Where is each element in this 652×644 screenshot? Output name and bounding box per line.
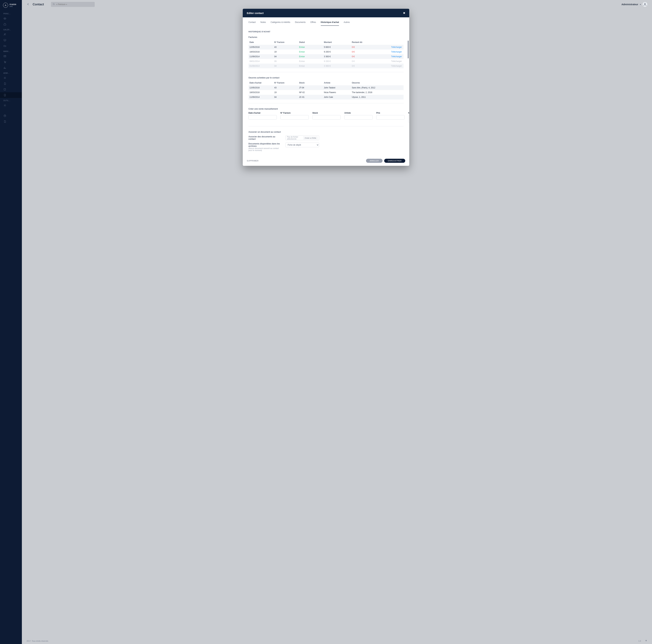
tab-history[interactable]: Historique d'achat	[321, 21, 339, 26]
artwork-number: 43	[273, 85, 298, 90]
artwork-title: Sans titre, (Paris), 4, 2012	[351, 85, 404, 90]
invoices-th-number: N° Facture	[273, 40, 298, 45]
tab-documents[interactable]: Documents	[295, 21, 305, 26]
download-link: Télécharger	[391, 65, 402, 67]
artwork-number: 19	[273, 90, 298, 95]
tab-categories[interactable]: Catégories & intérêts	[271, 21, 290, 26]
invoice-row: 11/09/201404Emise3 300 €0 €Télécharger	[248, 54, 404, 59]
tab-autres[interactable]: Autres	[344, 21, 350, 26]
input-date[interactable]	[248, 115, 277, 120]
close-icon[interactable]: ✖	[403, 11, 405, 15]
manual-sale-form: Date d'achat N° Facture Stock Artiste Pr…	[248, 112, 404, 123]
artwork-date: 11/09/2014	[248, 95, 273, 100]
artwork-artist: Nicia Flawers	[323, 90, 351, 95]
invoice-amount: 9 200 €	[323, 59, 351, 63]
history-heading: HISTORIQUE D'ACHAT	[248, 31, 404, 33]
invoice-amount: 3 300 €	[323, 63, 351, 68]
tab-offres[interactable]: Offres	[310, 21, 316, 26]
invoice-amount: 9 200 €	[323, 50, 351, 54]
input-price[interactable]	[376, 115, 405, 120]
modal-overlay: Editer contact ✖ Contact Notes Catégorie…	[0, 0, 652, 644]
invoice-remaining: 0 €	[351, 54, 373, 59]
modal-footer: SUPPRIMER ANNULER ENREGISTRER	[243, 156, 409, 166]
manual-sale-heading: Créer une vente manuellement	[248, 108, 404, 110]
artworks-th-number: N° Facture	[273, 80, 298, 85]
invoices-th-download	[373, 40, 404, 45]
associate-file-label: Associer des documents au contact	[248, 135, 282, 140]
invoice-number: 43	[273, 45, 298, 50]
invoice-remaining: 0 €	[351, 50, 373, 54]
artworks-th-date: Date d'achat	[248, 80, 273, 85]
label-stock: Stock	[313, 112, 341, 114]
download-link[interactable]: Télécharger	[391, 51, 402, 53]
choose-file-button[interactable]: Choisir un fichier	[303, 136, 318, 139]
artwork-title: Ulysse, 1, 2011	[351, 95, 404, 100]
download-link[interactable]: Télécharger	[391, 46, 402, 48]
invoice-status: Emise	[298, 63, 323, 68]
associate-archive-label-text: Documents disponibles dans les archives	[248, 143, 280, 147]
artworks-heading: Oeuvres achetées par le contact	[248, 77, 404, 79]
separator	[248, 72, 404, 72]
invoice-date: 11/09/2014	[248, 54, 273, 59]
invoice-status: Emise	[298, 45, 323, 50]
invoices-table: Date N° Facture Statut Montant Restant d…	[248, 40, 404, 68]
tab-notes[interactable]: Notes	[261, 21, 266, 26]
invoice-date: 18/03/2016	[248, 50, 273, 54]
archive-select[interactable]: Fiche de dépôt	[286, 143, 319, 147]
tabs: Contact Notes Catégories & intérêts Docu…	[248, 17, 404, 26]
invoices-heading: Factures	[248, 36, 404, 38]
label-artist: Artiste	[344, 112, 373, 114]
invoice-number: 09	[273, 59, 298, 63]
artwork-stock: JC-01	[298, 95, 323, 100]
invoice-number: 04	[273, 54, 298, 59]
artworks-th-artist: Artiste	[323, 80, 351, 85]
input-number[interactable]	[280, 115, 309, 120]
invoice-number: 19	[273, 50, 298, 54]
artwork-stock: JT-04	[298, 85, 323, 90]
invoice-remaining: 0 €	[351, 45, 373, 50]
artwork-title: The bartender, 2, 2016	[351, 90, 404, 95]
input-notes[interactable]	[408, 115, 409, 123]
invoices-th-remain: Restant dû	[351, 40, 373, 45]
artwork-number: 04	[273, 95, 298, 100]
download-link[interactable]: Télécharger	[391, 55, 402, 58]
invoice-row: 18/03/201619Emise9 200 €0 €Télécharger	[248, 50, 404, 54]
input-artist[interactable]	[344, 115, 373, 120]
save-button[interactable]: ENREGISTRER	[384, 159, 405, 163]
artwork-artist: John Cale	[323, 95, 351, 100]
input-stock[interactable]	[313, 115, 341, 120]
invoice-status: Emise	[298, 59, 323, 63]
artwork-artist: John Talabot	[323, 85, 351, 90]
invoices-th-amount: Montant	[323, 40, 351, 45]
associate-heading: Associer un document au contact	[248, 131, 404, 133]
invoices-th-date: Date	[248, 40, 273, 45]
artwork-date: 18/03/2016	[248, 90, 273, 95]
invoice-amount: 5 600 €	[323, 45, 351, 50]
invoices-th-status: Statut	[298, 40, 323, 45]
associate-archive-label: Documents disponibles dans les archives …	[248, 143, 282, 151]
modal: Editer contact ✖ Contact Notes Catégorie…	[243, 9, 409, 166]
artwork-row: 12/05/201643JT-04John TalabotSans titre,…	[248, 85, 404, 90]
artworks-th-work: Oeuvres	[351, 80, 404, 85]
artworks-table: Date d'achat N° Facture Stock Artiste Oe…	[248, 80, 404, 100]
cancel-button[interactable]: ANNULER	[366, 159, 382, 163]
artwork-stock: NF-02	[298, 90, 323, 95]
tab-contact[interactable]: Contact	[248, 21, 256, 26]
file-placeholder: Pas de fichier sélectionné.	[287, 136, 302, 140]
invoice-date: 08/01/2014	[248, 59, 273, 63]
invoice-remaining: 0 €	[351, 63, 373, 68]
invoice-status: Emise	[298, 54, 323, 59]
label-notes: Notes	[408, 112, 409, 114]
label-number: N° Facture	[280, 112, 309, 114]
delete-button[interactable]: SUPPRIMER	[247, 160, 259, 162]
invoice-date: 12/05/2016	[248, 45, 273, 50]
modal-title: Editer contact	[247, 11, 264, 15]
artworks-th-stock: Stock	[298, 80, 323, 85]
file-picker[interactable]: Pas de fichier sélectionné. Choisir un f…	[286, 135, 319, 140]
invoice-row: 12/05/201643Emise5 600 €0 €Télécharger	[248, 45, 404, 50]
modal-header: Editer contact ✖	[243, 9, 409, 17]
download-link: Télécharger	[391, 60, 402, 62]
invoice-row: 08/01/201409Emise9 200 €0 €Télécharger	[248, 59, 404, 63]
scrollbar-thumb[interactable]	[408, 41, 409, 58]
invoice-status: Emise	[298, 50, 323, 54]
